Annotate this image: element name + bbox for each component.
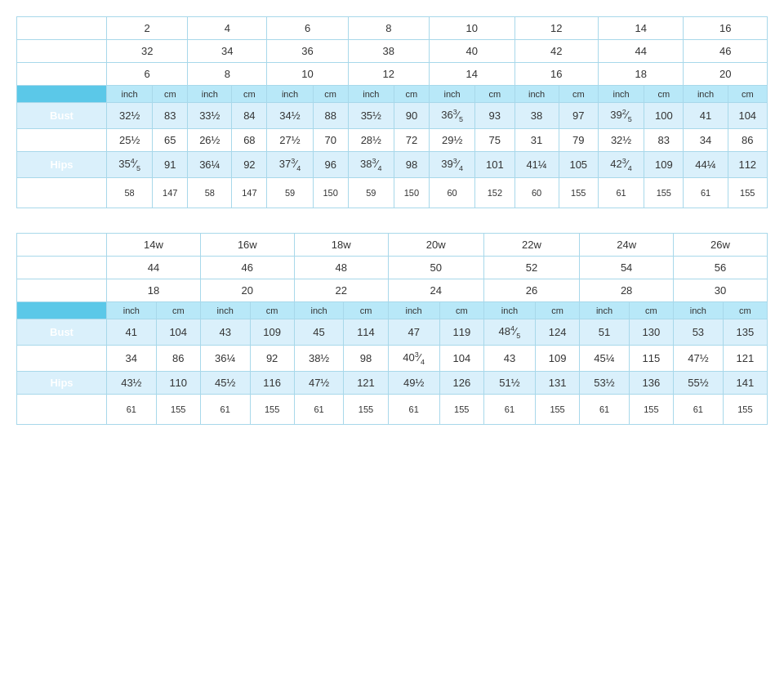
bust-row: Bust 32½83 33½84 34½88 35½90 363⁄593 389… [17,103,768,129]
subheader-row: inchcm inchcm inchcm inchcm inchcm inchc… [17,86,768,103]
bust-row-2: Bust 41104 43109 45114 47119 484⁄5124 51… [17,319,768,345]
us-size-row: Us Size 2 4 6 8 10 12 14 16 [17,17,768,40]
uk-size-row: Uk Size 6 8 10 12 14 16 18 20 [17,63,768,86]
uk-size-label: Uk Size [17,63,107,86]
size-table-2: Us Size 14w 16w 18w 20w 22w 24w 26w Euro… [16,233,768,425]
uk-size-row-2: Uk Size 18 20 22 24 26 28 30 [17,279,768,301]
waist-row: Waist 25½65 26½68 27½70 28½72 29½75 3179… [17,128,768,151]
europe-size-row-2: Europe Size 44 46 48 50 52 54 56 [17,256,768,279]
europe-size-label: Europe Size [17,40,107,63]
hips-row: Hips 354⁄591 36¼92 373⁄496 383⁄498 393⁄4… [17,151,768,177]
subheader-row-2: inchcm inchcm inchcm inchcm inchcm inchc… [17,301,768,319]
us-size-label: Us Size [17,17,107,40]
floor-row-2: hollow to floor (bare foot) 61155 61155 … [17,394,768,424]
hips-row-2: Hips 43½110 45½116 47½121 49½126 51½131 … [17,371,768,394]
waist-row-2: Waist 3486 36¼92 38½98 403⁄4104 43109 45… [17,345,768,371]
floor-row: hollow to floor (bare foot) 58147 58147 … [17,177,768,208]
us-size-row-2: Us Size 14w 16w 18w 20w 22w 24w 26w [17,233,768,256]
europe-size-row: Europe Size 32 34 36 38 40 42 44 46 [17,40,768,63]
size-table-1: Us Size 2 4 6 8 10 12 14 16 Europe Size … [16,16,768,208]
